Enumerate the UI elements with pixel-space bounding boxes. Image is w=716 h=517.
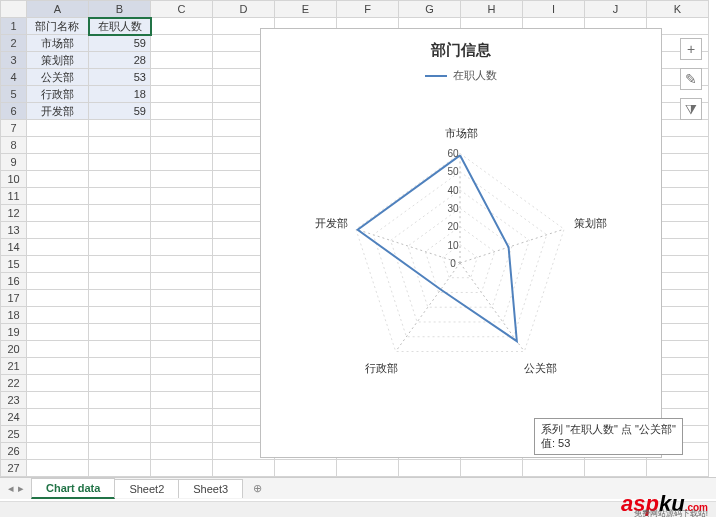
row-header-18[interactable]: 18 <box>1 307 27 324</box>
cell-C11[interactable] <box>151 188 213 205</box>
cell-B17[interactable] <box>89 290 151 307</box>
cell-A7[interactable] <box>27 120 89 137</box>
cell-B11[interactable] <box>89 188 151 205</box>
row-header-15[interactable]: 15 <box>1 256 27 273</box>
cell-A20[interactable] <box>27 341 89 358</box>
cell-F27[interactable] <box>337 460 399 477</box>
cell-B20[interactable] <box>89 341 151 358</box>
row-header-22[interactable]: 22 <box>1 375 27 392</box>
tab-next[interactable]: ▸ <box>18 482 24 495</box>
cell-B15[interactable] <box>89 256 151 273</box>
cell-C12[interactable] <box>151 205 213 222</box>
cell-B2[interactable]: 59 <box>89 35 151 52</box>
cell-C6[interactable] <box>151 103 213 120</box>
cell-C2[interactable] <box>151 35 213 52</box>
row-header-24[interactable]: 24 <box>1 409 27 426</box>
row-header-21[interactable]: 21 <box>1 358 27 375</box>
row-header-14[interactable]: 14 <box>1 239 27 256</box>
row-header-13[interactable]: 13 <box>1 222 27 239</box>
chart-container[interactable]: 部门信息 在职人数 市场部策划部公关部行政部开发部0102030405060 <box>260 28 662 458</box>
cell-A8[interactable] <box>27 137 89 154</box>
cell-I27[interactable] <box>523 460 585 477</box>
row-header-16[interactable]: 16 <box>1 273 27 290</box>
cell-A9[interactable] <box>27 154 89 171</box>
row-header-3[interactable]: 3 <box>1 52 27 69</box>
cell-C23[interactable] <box>151 392 213 409</box>
row-header-9[interactable]: 9 <box>1 154 27 171</box>
cell-A11[interactable] <box>27 188 89 205</box>
col-header-E[interactable]: E <box>275 1 337 18</box>
cell-B21[interactable] <box>89 358 151 375</box>
cell-C8[interactable] <box>151 137 213 154</box>
cell-A25[interactable] <box>27 426 89 443</box>
cell-D27[interactable] <box>213 460 275 477</box>
cell-C18[interactable] <box>151 307 213 324</box>
cell-B6[interactable]: 59 <box>89 103 151 120</box>
col-header-C[interactable]: C <box>151 1 213 18</box>
row-header-27[interactable]: 27 <box>1 460 27 477</box>
cell-E27[interactable] <box>275 460 337 477</box>
row-header-6[interactable]: 6 <box>1 103 27 120</box>
col-header-I[interactable]: I <box>523 1 585 18</box>
cell-B4[interactable]: 53 <box>89 69 151 86</box>
tab-sheet2[interactable]: Sheet2 <box>114 479 179 498</box>
cell-B7[interactable] <box>89 120 151 137</box>
cell-B16[interactable] <box>89 273 151 290</box>
row-header-12[interactable]: 12 <box>1 205 27 222</box>
cell-B14[interactable] <box>89 239 151 256</box>
cell-A4[interactable]: 公关部 <box>27 69 89 86</box>
cell-C14[interactable] <box>151 239 213 256</box>
col-header-F[interactable]: F <box>337 1 399 18</box>
cell-A16[interactable] <box>27 273 89 290</box>
cell-B22[interactable] <box>89 375 151 392</box>
col-header-J[interactable]: J <box>585 1 647 18</box>
cell-B8[interactable] <box>89 137 151 154</box>
filter-button[interactable]: ⧩ <box>680 98 702 120</box>
style-button[interactable]: ✎ <box>680 68 702 90</box>
cell-C24[interactable] <box>151 409 213 426</box>
cell-A12[interactable] <box>27 205 89 222</box>
cell-C17[interactable] <box>151 290 213 307</box>
cell-C19[interactable] <box>151 324 213 341</box>
add-element-button[interactable]: + <box>680 38 702 60</box>
cell-A6[interactable]: 开发部 <box>27 103 89 120</box>
horizontal-scrollbar[interactable] <box>0 501 716 517</box>
row-header-25[interactable]: 25 <box>1 426 27 443</box>
row-header-17[interactable]: 17 <box>1 290 27 307</box>
cell-A19[interactable] <box>27 324 89 341</box>
cell-B9[interactable] <box>89 154 151 171</box>
cell-B18[interactable] <box>89 307 151 324</box>
cell-C20[interactable] <box>151 341 213 358</box>
cell-C9[interactable] <box>151 154 213 171</box>
cell-C22[interactable] <box>151 375 213 392</box>
cell-A13[interactable] <box>27 222 89 239</box>
row-header-20[interactable]: 20 <box>1 341 27 358</box>
row-header-26[interactable]: 26 <box>1 443 27 460</box>
col-header-A[interactable]: A <box>27 1 89 18</box>
cell-B19[interactable] <box>89 324 151 341</box>
cell-B27[interactable] <box>89 460 151 477</box>
cell-G27[interactable] <box>399 460 461 477</box>
cell-A22[interactable] <box>27 375 89 392</box>
cell-B5[interactable]: 18 <box>89 86 151 103</box>
cell-B23[interactable] <box>89 392 151 409</box>
col-header-K[interactable]: K <box>647 1 709 18</box>
cell-C1[interactable] <box>151 18 213 35</box>
col-header-B[interactable]: B <box>89 1 151 18</box>
col-header-G[interactable]: G <box>399 1 461 18</box>
cell-C16[interactable] <box>151 273 213 290</box>
cell-A27[interactable] <box>27 460 89 477</box>
cell-C10[interactable] <box>151 171 213 188</box>
cell-B3[interactable]: 28 <box>89 52 151 69</box>
cell-C3[interactable] <box>151 52 213 69</box>
cell-A3[interactable]: 策划部 <box>27 52 89 69</box>
cell-K27[interactable] <box>647 460 709 477</box>
radar-plot[interactable]: 市场部策划部公关部行政部开发部0102030405060 <box>261 83 661 423</box>
tab-chart-data[interactable]: Chart data <box>31 478 115 499</box>
row-header-23[interactable]: 23 <box>1 392 27 409</box>
cell-C21[interactable] <box>151 358 213 375</box>
cell-B10[interactable] <box>89 171 151 188</box>
cell-C5[interactable] <box>151 86 213 103</box>
row-header-2[interactable]: 2 <box>1 35 27 52</box>
col-header-H[interactable]: H <box>461 1 523 18</box>
